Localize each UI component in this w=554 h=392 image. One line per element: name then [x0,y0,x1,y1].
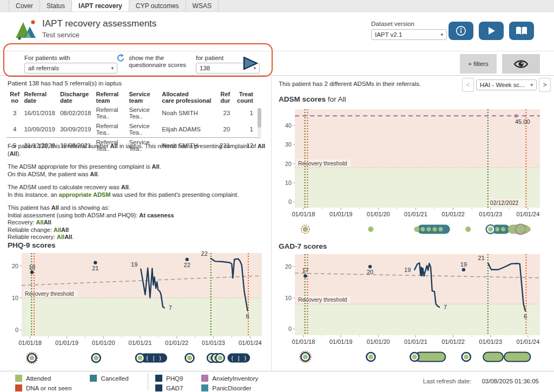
x-tick-label: 01/01/23 [202,340,225,346]
patient-paragraph: The ADSM appropriate for this presenting… [8,163,266,178]
referral-filter-select[interactable]: all referrals ▾ [24,63,117,74]
dataset-version-value: IAPT v2.1 [375,31,402,38]
appointment-events[interactable]: ( | )( | ) [26,353,250,364]
table-cell: Elijah ADAMS [160,121,215,137]
adsm-panel: This patient has 2 different ADSMs in th… [272,76,554,371]
score-label: 19 [131,261,137,268]
legend-item: PanicDisorder [201,384,258,392]
table-cell: 3 [8,105,22,121]
patient-paragraph: The ADSM used to calculate recovery was … [8,184,266,198]
legend-swatch [90,375,97,382]
table-cell: 1 [232,121,255,137]
reset-button[interactable] [116,54,125,64]
table-scrollbar-thumb[interactable] [258,108,261,128]
svg-text:( | ): ( | ) [146,355,162,362]
table-cell: 30/09/2019 [58,121,94,137]
x-tick-label: 01/01/24 [239,340,262,346]
play-tour-button[interactable] [479,22,504,40]
add-filters-button[interactable]: + filters [460,54,497,74]
tab-cover[interactable]: Cover [9,0,40,11]
page-title: IAPT recovery assessments [42,18,156,29]
table-cell: 20 [215,121,232,137]
visibility-button[interactable] [502,54,540,74]
info-button[interactable] [449,22,473,40]
info-icon [455,25,467,37]
tab-wsas[interactable]: WSAS [186,0,219,11]
next-adsm-button[interactable]: > [539,78,551,92]
refresh-label: Last refresh date: [423,378,472,384]
legend-item: GAD7 [155,384,183,392]
refresh-value: 03/08/2025 01:36:05 [482,378,539,384]
y-tick-label: 40 [285,122,292,129]
run-query-button[interactable] [242,56,259,72]
gad7-chart-svg: Recovery threshold1972161720190102001/01… [274,250,548,366]
table-cell: 1 [232,105,255,121]
patient-summary: Patient 138 has had 5 referral(s) in iap… [8,80,122,87]
gad7-chart-title: GAD-7 scores [279,242,327,250]
score-label: 7 [444,304,447,310]
phq9-chart: Recovery threshold1972261821220102001/01… [3,249,267,370]
appointment-events[interactable] [301,224,531,235]
book-icon [515,26,528,36]
x-tick-label: 01/01/18 [292,338,315,345]
y-tick-label: 10 [12,295,18,301]
adsm-select[interactable]: HAI - Week sc... ▾ [476,79,537,90]
table-divider [6,137,259,138]
table-cell: Referral Tea.. [94,121,127,137]
legend-item: PHQ9 [155,374,183,382]
x-tick-label: 01/01/21 [129,340,152,346]
table-cell: 16/01/2018 [22,105,58,121]
y-tick-label: 0 [288,325,292,332]
tab-iapt-recovery[interactable]: IAPT recovery [72,0,129,11]
y-tick-label: 30 [285,141,292,148]
score-label: 6 [524,313,527,320]
legend-item: DNA or not seen [15,384,71,392]
header: IAPT recovery assessments Test service D… [0,12,554,51]
x-tick-label: 01/01/24 [516,211,539,217]
app-logo [15,18,39,42]
referral-filter-value: all referrals [28,65,59,71]
table-header: Serviceteam [127,90,160,105]
tab-cyp-outcomes[interactable]: CYP outcomes [129,0,186,11]
score-label: 19 [460,261,467,268]
phq9-chart-title: PHQ-9 scores [8,241,56,249]
legend-swatch [155,375,162,382]
table-row[interactable]: 316/01/201808/02/2018Referral Tea..Servi… [8,105,255,121]
play-icon [486,26,496,36]
patient-panel: Patient 138 has had 5 referral(s) in iap… [0,76,272,371]
score-label: 20 [367,269,373,275]
for-patient-label: for patient [196,55,223,61]
tab-status[interactable]: Status [40,0,72,11]
appointment-events[interactable] [300,351,531,363]
dataset-version-label: Dataset version [371,21,414,27]
table-row[interactable]: 410/09/201930/09/2019Referral Tea..Servi… [8,121,255,137]
y-tick-label: 0 [288,198,292,205]
patient-paragraphs: For patient 138, this is referral number… [8,143,266,247]
x-tick-label: 01/01/21 [404,211,427,217]
legend-swatch [201,384,208,391]
legend-swatch [15,384,22,391]
referrals-table-head: RefnoReferraldateDischargedateReferralte… [8,90,255,105]
tab-bar: CoverStatusIAPT recoveryCYP outcomesWSAS [0,0,554,12]
score-point [94,261,97,264]
show-me-label: show me the questionnaire scores [129,55,186,69]
legend-item: Cancelled [90,374,128,382]
adsm-pager: < HAI - Week sc... ▾ > [462,78,551,92]
app-root: CoverStatusIAPT recoveryCYP outcomesWSAS… [0,0,554,392]
x-tick-label: 01/01/19 [329,338,353,345]
dataset-version-select[interactable]: IAPT v2.1 ▾ [371,29,447,40]
chevron-down-icon: ▾ [111,65,114,71]
x-tick-label: 01/01/18 [292,211,315,217]
legend-divider [148,373,148,390]
table-header: Refno [8,90,22,105]
undo-icon [116,54,125,62]
docs-button[interactable] [509,22,534,40]
legend-swatch [15,375,22,382]
x-tick-label: 01/01/21 [404,338,427,345]
legend-label: Cancelled [101,375,128,382]
run-icon [242,56,259,70]
score-label: 22 [201,250,208,257]
patient-paragraph: For patient 138, this is referral number… [8,143,266,157]
prev-adsm-button[interactable]: < [462,78,474,92]
table-scrollbar[interactable] [258,108,261,139]
